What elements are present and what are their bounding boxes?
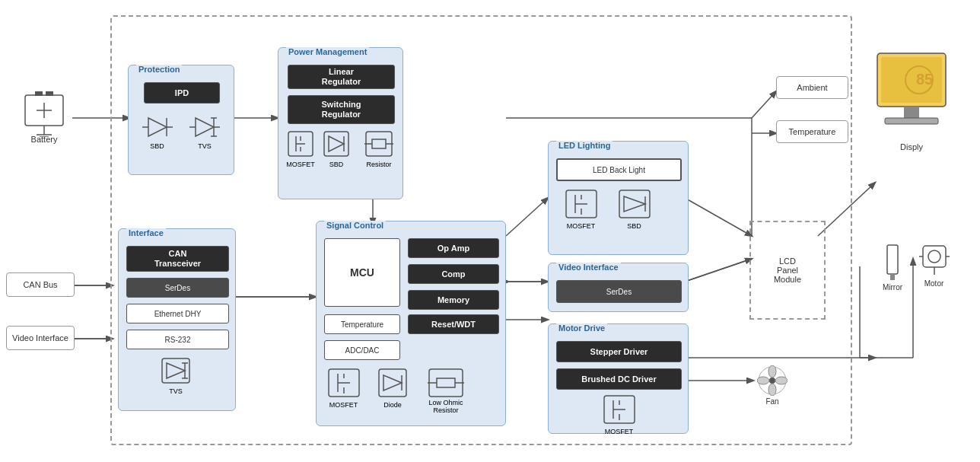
svg-rect-92 (887, 245, 898, 274)
svg-rect-27 (35, 91, 43, 96)
svg-text:85: 85 (916, 71, 933, 88)
can-bus-block: CAN Bus (6, 272, 75, 297)
svg-rect-91 (885, 118, 938, 124)
svg-rect-94 (923, 246, 946, 267)
motor-icon-area: Motor (913, 240, 955, 288)
video-interface-ext-block: Video Interface (6, 326, 75, 350)
svg-rect-28 (46, 91, 53, 96)
svg-point-95 (928, 250, 940, 263)
outer-border (110, 15, 852, 445)
mirror-label: Mirror (873, 283, 912, 292)
battery: Battery (21, 88, 67, 148)
motor-label: Motor (913, 279, 955, 288)
svg-rect-93 (890, 274, 895, 280)
svg-rect-90 (904, 107, 919, 118)
mirror-icon-area: Mirror (873, 244, 912, 292)
diagram: Battery CAN Bus Video Interface Protecti… (0, 0, 980, 462)
display-area: 85 Disply (873, 49, 950, 171)
